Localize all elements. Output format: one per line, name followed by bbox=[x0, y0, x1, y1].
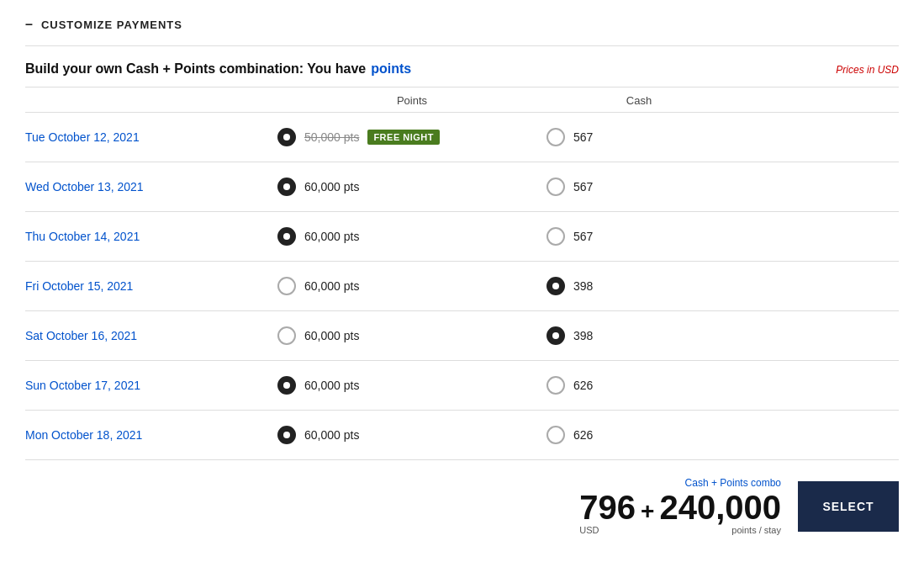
date-cell: Tue October 12, 2021 bbox=[25, 130, 277, 144]
points-radio-filled[interactable] bbox=[277, 426, 296, 444]
points-value-label: 60,000 pts bbox=[304, 329, 359, 342]
main-container: – CUSTOMIZE PAYMENTS Build your own Cash… bbox=[0, 0, 924, 562]
points-radio-filled[interactable] bbox=[277, 128, 296, 146]
cash-value-label: 398 bbox=[573, 329, 593, 342]
cash-value-label: 567 bbox=[573, 230, 593, 243]
footer-summary: Cash + Points combo 796 + 240,000 USD po… bbox=[579, 477, 781, 535]
table-row: Sat October 16, 202160,000 pts398 bbox=[25, 311, 899, 361]
free-night-badge: FREE NIGHT bbox=[367, 130, 440, 145]
cash-radio-empty[interactable] bbox=[546, 178, 565, 196]
points-value-label: 60,000 pts bbox=[304, 379, 359, 392]
date-cell: Sat October 16, 2021 bbox=[25, 329, 277, 342]
cash-cell[interactable]: 567 bbox=[546, 128, 731, 146]
date-cell: Thu October 14, 2021 bbox=[25, 230, 277, 243]
prices-usd-label: Prices in USD bbox=[836, 64, 899, 76]
plus-sign: + bbox=[641, 498, 654, 525]
date-cell: Mon October 18, 2021 bbox=[25, 428, 277, 442]
data-rows-container: Tue October 12, 202150,000 ptsFREE NIGHT… bbox=[25, 113, 899, 460]
cash-cell[interactable]: 398 bbox=[546, 326, 731, 345]
points-total: 240,000 bbox=[659, 490, 781, 524]
cash-radio-filled[interactable] bbox=[546, 277, 565, 295]
table-row: Mon October 18, 202160,000 pts626 bbox=[25, 411, 899, 460]
points-cell[interactable]: 60,000 pts bbox=[277, 227, 546, 246]
footer-numbers: 796 + 240,000 bbox=[579, 490, 781, 525]
date-cell: Fri October 15, 2021 bbox=[25, 279, 277, 293]
cash-total: 796 bbox=[579, 490, 636, 524]
points-radio-filled[interactable] bbox=[277, 178, 296, 196]
points-value-label: 60,000 pts bbox=[304, 230, 359, 243]
table-row: Wed October 13, 202160,000 pts567 bbox=[25, 162, 899, 212]
cash-value-label: 398 bbox=[573, 279, 593, 293]
description-text: Build your own Cash + Points combination… bbox=[25, 61, 366, 77]
cash-col-header: Cash bbox=[546, 94, 731, 107]
table-row: Thu October 14, 202160,000 pts567 bbox=[25, 212, 899, 262]
footer-row: Cash + Points combo 796 + 240,000 USD po… bbox=[25, 460, 899, 535]
points-text: points bbox=[371, 61, 411, 77]
points-radio-filled[interactable] bbox=[277, 227, 296, 246]
points-radio-empty[interactable] bbox=[277, 326, 296, 345]
column-headers: Points Cash bbox=[25, 87, 899, 113]
minus-icon: – bbox=[25, 17, 33, 32]
points-stay-label: points / stay bbox=[731, 525, 781, 535]
table-row: Tue October 12, 202150,000 ptsFREE NIGHT… bbox=[25, 113, 899, 162]
points-value-label: 60,000 pts bbox=[304, 428, 359, 442]
cash-cell[interactable]: 398 bbox=[546, 277, 731, 295]
points-col-header: Points bbox=[277, 94, 546, 107]
points-value-label: 60,000 pts bbox=[304, 180, 359, 194]
cash-value-label: 626 bbox=[573, 428, 593, 442]
points-radio-filled[interactable] bbox=[277, 376, 296, 395]
cash-radio-empty[interactable] bbox=[546, 426, 565, 444]
table-row: Sun October 17, 202160,000 pts626 bbox=[25, 361, 899, 411]
top-row-left: Build your own Cash + Points combination… bbox=[25, 61, 411, 77]
select-button[interactable]: SELECT bbox=[798, 481, 899, 532]
cash-cell[interactable]: 567 bbox=[546, 178, 731, 196]
cash-radio-empty[interactable] bbox=[546, 128, 565, 146]
cash-cell[interactable]: 626 bbox=[546, 376, 731, 395]
combo-label: Cash + Points combo bbox=[685, 477, 781, 489]
table-row: Fri October 15, 202160,000 pts398 bbox=[25, 262, 899, 311]
section-header: – CUSTOMIZE PAYMENTS bbox=[25, 17, 899, 46]
points-cell[interactable]: 60,000 pts bbox=[277, 326, 546, 345]
cash-radio-empty[interactable] bbox=[546, 227, 565, 246]
points-value-label: 60,000 pts bbox=[304, 279, 359, 293]
cash-cell[interactable]: 626 bbox=[546, 426, 731, 444]
points-value-label: 50,000 pts bbox=[304, 130, 359, 144]
points-cell[interactable]: 50,000 ptsFREE NIGHT bbox=[277, 128, 546, 146]
points-cell[interactable]: 60,000 pts bbox=[277, 426, 546, 444]
points-cell[interactable]: 60,000 pts bbox=[277, 178, 546, 196]
points-cell[interactable]: 60,000 pts bbox=[277, 376, 546, 395]
section-title: CUSTOMIZE PAYMENTS bbox=[41, 19, 182, 31]
cash-radio-filled[interactable] bbox=[546, 326, 565, 345]
date-cell: Wed October 13, 2021 bbox=[25, 180, 277, 194]
usd-label: USD bbox=[579, 525, 599, 535]
cash-value-label: 567 bbox=[573, 130, 593, 144]
top-description-row: Build your own Cash + Points combination… bbox=[25, 46, 899, 87]
footer-sub-labels: USD points / stay bbox=[579, 525, 781, 535]
cash-cell[interactable]: 567 bbox=[546, 227, 731, 246]
points-cell[interactable]: 60,000 pts bbox=[277, 277, 546, 295]
date-cell: Sun October 17, 2021 bbox=[25, 379, 277, 392]
cash-radio-empty[interactable] bbox=[546, 376, 565, 395]
cash-value-label: 567 bbox=[573, 180, 593, 194]
cash-value-label: 626 bbox=[573, 379, 593, 392]
points-radio-empty[interactable] bbox=[277, 277, 296, 295]
